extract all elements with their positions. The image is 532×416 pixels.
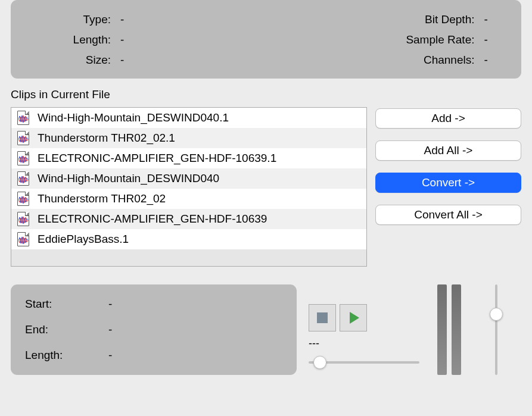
info-row-samplerate: Sample Rate: - — [266, 33, 505, 46]
audio-clip-icon — [17, 232, 29, 246]
volume-slider-track — [495, 284, 497, 375]
value-channels: - — [484, 54, 488, 67]
label-samplerate: Sample Rate: — [266, 33, 475, 46]
play-button[interactable] — [340, 304, 367, 331]
position-slider[interactable] — [309, 355, 419, 370]
pos-row-length: Length: - — [25, 349, 282, 362]
clip-name: Wind-High-Mountain_DESWIND040 — [38, 168, 219, 189]
convert-all-button[interactable]: Convert All -> — [375, 205, 521, 225]
clip-row[interactable]: Wind-High-Mountain_DESWIND040 — [11, 168, 366, 189]
info-row-channels: Channels: - — [266, 54, 505, 67]
clips-list[interactable]: Wind-High-Mountain_DESWIND040.1Thunderst… — [11, 107, 367, 267]
clip-row[interactable]: Wind-High-Mountain_DESWIND040.1 — [11, 108, 366, 128]
audio-clip-icon — [17, 111, 29, 125]
volume-slider-thumb[interactable] — [490, 308, 503, 321]
info-row-length: Length: - — [27, 33, 266, 46]
volume-slider[interactable] — [489, 284, 504, 375]
clip-row[interactable]: Thunderstorm THR02_02.1 — [11, 128, 366, 148]
file-info-col-left: Type: - Length: - Size: - — [27, 13, 266, 67]
label-pos-length: Length: — [25, 349, 73, 362]
section-title-clips: Clips in Current File — [11, 88, 521, 101]
stop-button[interactable] — [309, 304, 336, 331]
clip-row[interactable]: EddiePlaysBass.1 — [11, 229, 366, 249]
value-pos-length: - — [108, 349, 112, 362]
file-info-panel: Type: - Length: - Size: - Bit Depth: - S… — [11, 0, 521, 79]
label-bitdepth: Bit Depth: — [266, 13, 475, 26]
label-pos-start: Start: — [25, 298, 73, 311]
add-button[interactable]: Add -> — [375, 108, 521, 129]
position-panel: Start: - End: - Length: - — [11, 284, 297, 375]
value-size: - — [120, 54, 124, 67]
info-row-size: Size: - — [27, 54, 266, 67]
audio-clip-icon — [17, 131, 29, 145]
label-size: Size: — [27, 54, 111, 67]
clip-name: EddiePlaysBass.1 — [38, 229, 129, 249]
info-row-type: Type: - — [27, 13, 266, 26]
audio-clip-icon — [17, 212, 29, 226]
clip-row-blank — [11, 249, 366, 266]
clip-name: Thunderstorm THR02_02 — [38, 189, 166, 209]
clip-row[interactable]: ELECTRONIC-AMPLIFIER_GEN-HDF-10639.1 — [11, 148, 366, 168]
label-pos-end: End: — [25, 323, 73, 336]
value-bitdepth: - — [484, 13, 488, 26]
clip-name: Wind-High-Mountain_DESWIND040.1 — [38, 108, 229, 128]
label-channels: Channels: — [266, 54, 475, 67]
pos-row-end: End: - — [25, 323, 282, 336]
transport-section: --- — [309, 284, 521, 375]
label-type: Type: — [27, 13, 111, 26]
level-meters — [437, 284, 461, 375]
transport-readout: --- — [309, 337, 419, 350]
value-pos-start: - — [108, 298, 112, 311]
value-type: - — [120, 13, 124, 26]
value-pos-end: - — [108, 323, 112, 336]
play-icon — [350, 312, 359, 324]
meter-bar-right — [452, 284, 461, 375]
clip-row[interactable]: Thunderstorm THR02_02 — [11, 189, 366, 209]
action-buttons-column: Add -> Add All -> Convert -> Convert All… — [375, 107, 521, 225]
audio-clip-icon — [17, 171, 29, 186]
audio-clip-icon — [17, 151, 29, 165]
file-info-col-right: Bit Depth: - Sample Rate: - Channels: - — [266, 13, 505, 67]
info-row-bitdepth: Bit Depth: - — [266, 13, 505, 26]
clip-name: Thunderstorm THR02_02.1 — [38, 128, 175, 148]
add-all-button[interactable]: Add All -> — [375, 140, 521, 161]
stop-icon — [317, 312, 328, 323]
value-length: - — [120, 33, 124, 46]
clip-row[interactable]: ELECTRONIC-AMPLIFIER_GEN-HDF-10639 — [11, 209, 366, 229]
meter-bar-left — [437, 284, 447, 375]
audio-clip-icon — [17, 192, 29, 206]
label-length: Length: — [27, 33, 111, 46]
clip-name: ELECTRONIC-AMPLIFIER_GEN-HDF-10639.1 — [38, 148, 276, 168]
position-slider-thumb[interactable] — [313, 356, 326, 369]
clip-name: ELECTRONIC-AMPLIFIER_GEN-HDF-10639 — [38, 209, 267, 229]
value-samplerate: - — [484, 33, 488, 46]
convert-button[interactable]: Convert -> — [375, 173, 521, 193]
pos-row-start: Start: - — [25, 298, 282, 311]
